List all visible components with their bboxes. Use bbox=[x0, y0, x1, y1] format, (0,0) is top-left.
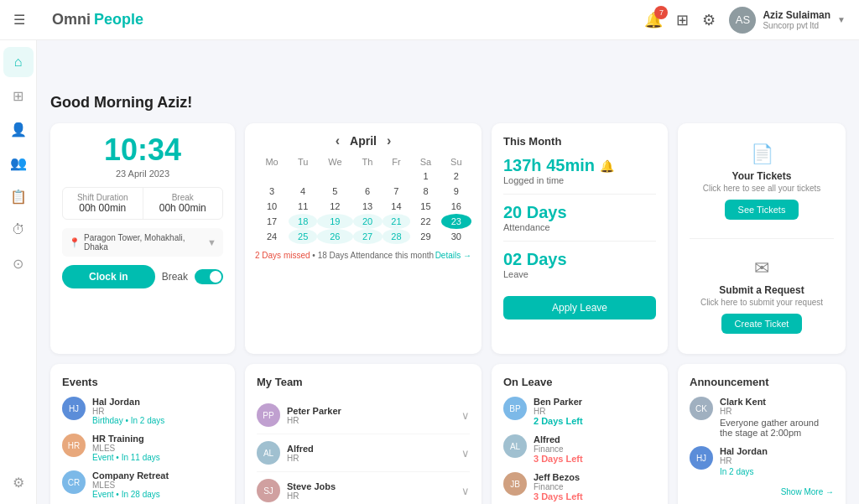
team-details: Peter Parker HR bbox=[287, 406, 341, 425]
calendar-day[interactable]: 21 bbox=[383, 214, 411, 229]
calendar-day[interactable] bbox=[317, 169, 352, 184]
ann-details: Clark Kent HR Everyone gather around the… bbox=[720, 397, 834, 438]
settings-icon[interactable]: ⚙ bbox=[702, 11, 716, 29]
attendance-value: 20 Days bbox=[503, 203, 656, 222]
calendar-day[interactable]: 7 bbox=[383, 184, 411, 199]
break-label: Break bbox=[150, 193, 216, 202]
chevron-down-icon: ▼ bbox=[837, 15, 846, 24]
calendar-day[interactable] bbox=[255, 169, 289, 184]
calendar-day[interactable]: 23 bbox=[441, 214, 471, 229]
calendar-day[interactable]: 9 bbox=[441, 184, 471, 199]
sidebar-item-org[interactable]: ⊙ bbox=[3, 248, 34, 278]
calendar-day[interactable]: 10 bbox=[255, 199, 289, 214]
create-ticket-button[interactable]: Create Ticket bbox=[721, 314, 803, 334]
calendar-day[interactable]: 14 bbox=[383, 199, 411, 214]
calendar-day[interactable]: 4 bbox=[289, 184, 317, 199]
day-th: Th bbox=[353, 155, 383, 169]
clock-actions: Clock in Break bbox=[62, 265, 223, 288]
leave-days: 2 Days Left bbox=[534, 416, 583, 426]
apply-leave-button[interactable]: Apply Leave bbox=[503, 296, 656, 320]
calendar-day[interactable]: 22 bbox=[410, 214, 440, 229]
logo-people: People bbox=[94, 11, 143, 29]
sidebar-item-grid[interactable]: ⊞ bbox=[3, 81, 34, 111]
my-team-title: My Team bbox=[257, 376, 470, 388]
calendar-day[interactable]: 25 bbox=[289, 229, 317, 244]
calendar-day[interactable]: 19 bbox=[317, 214, 352, 229]
calendar-table: Mo Tu We Th Fr Sa Su 1234567891011121314… bbox=[255, 155, 471, 244]
calendar-day[interactable]: 30 bbox=[441, 229, 471, 244]
clock-in-button[interactable]: Clock in bbox=[62, 265, 155, 288]
sidebar-item-profile[interactable]: 👤 bbox=[3, 114, 34, 144]
location-row[interactable]: 📍 Paragon Tower, Mohakhali, Dhaka ▼ bbox=[62, 228, 223, 257]
day-fr: Fr bbox=[383, 155, 411, 169]
calendar-details-link[interactable]: Details → bbox=[435, 251, 471, 260]
calendar-day[interactable]: 26 bbox=[317, 229, 352, 244]
menu-icon[interactable]: ☰ bbox=[13, 12, 25, 28]
submit-title: Submit a Request bbox=[696, 284, 827, 296]
chevron-down-icon[interactable]: ∨ bbox=[461, 485, 470, 497]
leave-dept: Finance bbox=[534, 482, 583, 491]
event-details: HR Training MLES Event • In 11 days bbox=[92, 434, 160, 462]
user-profile[interactable]: AS Aziz Sulaiman Suncorp pvt ltd ▼ bbox=[729, 7, 846, 34]
calendar-day[interactable] bbox=[383, 169, 411, 184]
leave-details: Ben Parker HR 2 Days Left bbox=[534, 397, 583, 426]
calendar-day[interactable]: 15 bbox=[410, 199, 440, 214]
submit-sub: Click here to submit your request bbox=[696, 298, 827, 307]
clock-time: 10:34 bbox=[62, 135, 223, 165]
sidebar: ⌂ ⊞ 👤 👥 📋 ⏱ ⊙ ⚙ bbox=[0, 40, 37, 504]
ann-dept: HR bbox=[720, 407, 834, 416]
calendar-day[interactable] bbox=[289, 169, 317, 184]
chevron-down-icon[interactable]: ∨ bbox=[461, 447, 470, 460]
event-dept: MLES bbox=[92, 481, 169, 490]
calendar-day[interactable]: 17 bbox=[255, 214, 289, 229]
list-item: JB Jeff Bezos Finance 3 Days Left bbox=[503, 472, 656, 501]
calendar-day[interactable]: 8 bbox=[410, 184, 440, 199]
calendar-day[interactable]: 2 bbox=[441, 169, 471, 184]
calendar-day[interactable]: 29 bbox=[410, 229, 440, 244]
shift-value: 00h 00min bbox=[70, 202, 136, 214]
sidebar-item-reports[interactable]: 📋 bbox=[3, 181, 34, 211]
leave-dept: HR bbox=[534, 407, 583, 416]
divider bbox=[690, 238, 834, 239]
calendar-day[interactable]: 20 bbox=[353, 214, 383, 229]
prev-month-button[interactable]: ‹ bbox=[336, 133, 340, 148]
break-toggle[interactable] bbox=[195, 269, 223, 284]
apps-icon[interactable]: ⊞ bbox=[676, 11, 689, 29]
calendar-day[interactable]: 28 bbox=[383, 229, 411, 244]
calendar-day[interactable]: 12 bbox=[317, 199, 352, 214]
notification-count: 7 bbox=[654, 6, 668, 19]
avatar: AL bbox=[257, 441, 280, 465]
sidebar-item-time[interactable]: ⏱ bbox=[3, 215, 34, 245]
break-toggle-label: Break bbox=[162, 271, 188, 283]
calendar-day[interactable]: 3 bbox=[255, 184, 289, 199]
list-item: AL Alfred HR ∨ bbox=[257, 434, 470, 472]
day-su: Su bbox=[441, 155, 471, 169]
calendar-day[interactable] bbox=[353, 169, 383, 184]
sidebar-item-users[interactable]: 👥 bbox=[3, 148, 34, 178]
calendar-day[interactable]: 11 bbox=[289, 199, 317, 214]
calendar-day[interactable]: 16 bbox=[441, 199, 471, 214]
leave-days: 3 Days Left bbox=[534, 454, 583, 464]
show-more-link[interactable]: Show More → bbox=[781, 487, 834, 496]
chevron-down-icon[interactable]: ∨ bbox=[461, 409, 470, 422]
ticket-icon: 📄 bbox=[696, 143, 827, 165]
notification-bell[interactable]: 🔔 7 bbox=[644, 11, 663, 29]
list-item: HJ Hal Jordan HR Birthday • In 2 days bbox=[62, 397, 223, 425]
your-tickets-section: 📄 Your Tickets Click here to see all you… bbox=[690, 135, 834, 228]
sidebar-item-home[interactable]: ⌂ bbox=[3, 47, 34, 77]
this-month-title: This Month bbox=[503, 135, 656, 148]
sidebar-item-settings[interactable]: ⚙ bbox=[3, 467, 34, 497]
calendar-day[interactable]: 6 bbox=[353, 184, 383, 199]
calendar-day[interactable]: 24 bbox=[255, 229, 289, 244]
break-value: 00h 00min bbox=[150, 202, 216, 214]
calendar-day[interactable]: 18 bbox=[289, 214, 317, 229]
next-month-button[interactable]: › bbox=[387, 133, 391, 148]
see-tickets-button[interactable]: See Tickets bbox=[725, 200, 799, 220]
clock-card: 10:34 23 April 2023 Shift Duration 00h 0… bbox=[50, 123, 235, 354]
calendar-day[interactable]: 1 bbox=[410, 169, 440, 184]
shift-row: Shift Duration 00h 00min Break 00h 00min bbox=[62, 187, 223, 220]
calendar-day[interactable]: 5 bbox=[317, 184, 352, 199]
calendar-day[interactable]: 27 bbox=[353, 229, 383, 244]
user-details: Aziz Sulaiman Suncorp pvt ltd bbox=[763, 9, 830, 30]
calendar-day[interactable]: 13 bbox=[353, 199, 383, 214]
